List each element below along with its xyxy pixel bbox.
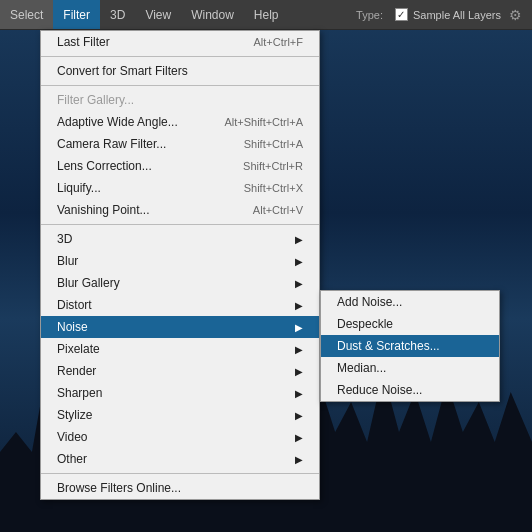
arrow-pixelate: ▶: [295, 344, 303, 355]
menu-item-liquify[interactable]: Liquify... Shift+Ctrl+X: [41, 177, 319, 199]
menu-item-pixelate[interactable]: Pixelate ▶: [41, 338, 319, 360]
menubar-item-filter[interactable]: Filter: [53, 0, 100, 29]
noise-submenu: Add Noise... Despeckle Dust & Scratches.…: [320, 290, 500, 402]
arrow-stylize: ▶: [295, 410, 303, 421]
menu-item-sharpen[interactable]: Sharpen ▶: [41, 382, 319, 404]
menu-item-camera-raw[interactable]: Camera Raw Filter... Shift+Ctrl+A: [41, 133, 319, 155]
arrow-3d: ▶: [295, 234, 303, 245]
menu-item-distort[interactable]: Distort ▶: [41, 294, 319, 316]
menu-item-adaptive-wide[interactable]: Adaptive Wide Angle... Alt+Shift+Ctrl+A: [41, 111, 319, 133]
menubar-item-window[interactable]: Window: [181, 0, 244, 29]
menu-item-stylize[interactable]: Stylize ▶: [41, 404, 319, 426]
separator-3: [41, 224, 319, 225]
separator-4: [41, 473, 319, 474]
filter-dropdown-menu: Last Filter Alt+Ctrl+F Convert for Smart…: [40, 30, 320, 500]
menu-item-other[interactable]: Other ▶: [41, 448, 319, 470]
separator-2: [41, 85, 319, 86]
menubar-right: Type: Sample All Layers ⚙: [348, 7, 532, 23]
menubar-item-help[interactable]: Help: [244, 0, 289, 29]
sample-all-layers-checkbox[interactable]: [395, 8, 408, 21]
menubar-item-view[interactable]: View: [135, 0, 181, 29]
submenu-item-add-noise[interactable]: Add Noise...: [321, 291, 499, 313]
sample-all-layers-label: Sample All Layers: [413, 9, 501, 21]
menu-item-lens-correction[interactable]: Lens Correction... Shift+Ctrl+R: [41, 155, 319, 177]
menu-item-last-filter[interactable]: Last Filter Alt+Ctrl+F: [41, 31, 319, 53]
arrow-render: ▶: [295, 366, 303, 377]
settings-icon[interactable]: ⚙: [509, 7, 522, 23]
arrow-blur-gallery: ▶: [295, 278, 303, 289]
menu-item-filter-gallery: Filter Gallery...: [41, 89, 319, 111]
menubar-item-select[interactable]: Select: [0, 0, 53, 29]
menu-item-render[interactable]: Render ▶: [41, 360, 319, 382]
menu-item-vanishing-point[interactable]: Vanishing Point... Alt+Ctrl+V: [41, 199, 319, 221]
menu-item-blur-gallery[interactable]: Blur Gallery ▶: [41, 272, 319, 294]
menu-item-blur[interactable]: Blur ▶: [41, 250, 319, 272]
submenu-item-reduce-noise[interactable]: Reduce Noise...: [321, 379, 499, 401]
menu-item-noise[interactable]: Noise ▶: [41, 316, 319, 338]
menubar-item-3d[interactable]: 3D: [100, 0, 135, 29]
submenu-item-median[interactable]: Median...: [321, 357, 499, 379]
menubar: Select Filter 3D View Window Help Type: …: [0, 0, 532, 30]
type-label: Type:: [356, 9, 383, 21]
menu-item-browse-filters[interactable]: Browse Filters Online...: [41, 477, 319, 499]
arrow-noise: ▶: [295, 322, 303, 333]
submenu-item-despeckle[interactable]: Despeckle: [321, 313, 499, 335]
menu-item-convert-smart[interactable]: Convert for Smart Filters: [41, 60, 319, 82]
separator-1: [41, 56, 319, 57]
menu-item-3d[interactable]: 3D ▶: [41, 228, 319, 250]
arrow-other: ▶: [295, 454, 303, 465]
arrow-sharpen: ▶: [295, 388, 303, 399]
menu-item-video[interactable]: Video ▶: [41, 426, 319, 448]
arrow-video: ▶: [295, 432, 303, 443]
arrow-distort: ▶: [295, 300, 303, 311]
arrow-blur: ▶: [295, 256, 303, 267]
submenu-item-dust-scratches[interactable]: Dust & Scratches...: [321, 335, 499, 357]
